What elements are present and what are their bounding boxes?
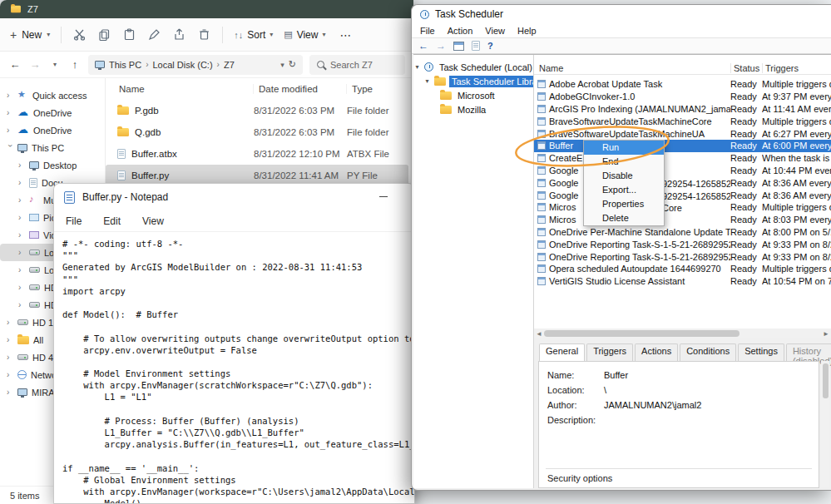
context-menu-item-properties[interactable]: Properties (584, 197, 664, 211)
sort-button[interactable]: ↑↓ Sort ▾ (234, 29, 273, 41)
menu-view[interactable]: View (142, 215, 164, 227)
minimize-button[interactable] (379, 196, 388, 197)
paste-icon[interactable] (122, 27, 136, 42)
tree-item-mozilla[interactable]: Mozilla (413, 102, 533, 116)
sidebar-item-onedrive-1[interactable]: ›OneDrive (0, 104, 105, 121)
share-icon[interactable] (172, 27, 186, 42)
context-menu-item-export[interactable]: Export... (584, 183, 664, 197)
notepad-editor[interactable]: # -*- coding: utf-8 -*- """ Generated by… (54, 232, 414, 503)
sidebar-item-this-pc[interactable]: ›This PC (0, 139, 105, 156)
task-row[interactable]: BraveSoftwareUpdateTaskMachineCoreReadyM… (534, 115, 831, 127)
task-row[interactable]: MicrosReadyAt 8:03 PM every day (534, 214, 831, 226)
task-row[interactable]: OneDrive Per-Machine Standalone Update T… (534, 226, 831, 239)
task-row[interactable]: OneDrive Reporting Task-S-1-5-21-2689295… (534, 238, 831, 250)
console-tree-icon[interactable] (453, 42, 464, 51)
breadcrumb-z7[interactable]: Z7 (224, 60, 235, 70)
code-line: L1_Buffer = "C:\\Z7\\Q.gdb\\L1_Buffer" (62, 427, 414, 439)
column-header-date-modified[interactable]: Date modified (254, 84, 347, 94)
field-label-location: Location: (547, 385, 604, 395)
task-row[interactable]: Adobe Acrobat Update TaskReadyMultiple t… (534, 78, 831, 91)
column-header-type[interactable]: Type (347, 84, 413, 94)
task-row[interactable]: BraveSoftwareUpdateTaskMachineUAReadyAt … (534, 127, 831, 140)
sidebar-item-desktop[interactable]: ›Desktop (0, 156, 105, 174)
column-header-triggers[interactable]: Triggers (762, 63, 831, 73)
notepad-titlebar[interactable]: Buffer.py - Notepad (54, 184, 414, 210)
task-icon (537, 92, 546, 101)
delete-icon[interactable] (197, 27, 211, 42)
scroll-left-arrow[interactable]: ◄ (534, 330, 544, 338)
vertical-scrollbar[interactable] (821, 361, 829, 487)
address-bar[interactable]: This PC › Local Disk (C:) › Z7 ▾ ↻ (88, 55, 303, 75)
menu-view[interactable]: View (485, 26, 505, 36)
chevron-down-icon: ▾ (47, 31, 50, 38)
task-scheduler-titlebar[interactable]: Task Scheduler (412, 5, 831, 23)
context-menu-item-run[interactable]: Run (584, 141, 664, 155)
task-row[interactable]: CreateEReadyWhen the task is crea (534, 152, 831, 165)
task-row[interactable]: Opera scheduled Autoupdate 1644699270Rea… (534, 263, 831, 275)
task-row-buffer[interactable]: BufferReadyAt 6:00 PM every day (534, 140, 831, 152)
chevron-right-icon: › (18, 230, 25, 240)
recent-locations-icon[interactable]: ▾ (48, 61, 62, 68)
sidebar-item-onedrive-2[interactable]: ›OneDrive (0, 121, 105, 139)
refresh-icon[interactable]: ↻ (289, 59, 296, 70)
menu-action[interactable]: Action (448, 26, 473, 36)
task-icon (537, 253, 546, 261)
file-row[interactable]: Buffer.atbx 8/31/2022 12:10 PM ATBX File (106, 143, 408, 165)
file-row[interactable]: Q.gdb 8/31/2022 6:03 PM File folder (106, 121, 408, 143)
task-row[interactable]: OneDrive Reporting Task-S-1-5-21-2689295… (534, 250, 831, 263)
expander-icon: ▾ (413, 63, 421, 71)
menu-file[interactable]: File (66, 215, 82, 227)
drive-icon (17, 319, 28, 325)
cut-icon[interactable] (72, 27, 87, 42)
breadcrumb-this-pc[interactable]: This PC (109, 60, 141, 70)
context-menu-item-end[interactable]: End (584, 155, 664, 169)
file-icon (117, 149, 126, 159)
code-line: """ (62, 274, 414, 286)
search-input[interactable]: Search Z7 (309, 55, 405, 75)
forward-button[interactable]: → (436, 40, 446, 52)
context-menu-item-delete[interactable]: Delete (584, 211, 664, 225)
column-header-status[interactable]: Status (730, 63, 762, 73)
task-row[interactable]: Google929254-1265852...ReadyAt 8:36 AM e… (534, 176, 831, 189)
export-list-icon[interactable] (472, 41, 480, 51)
menu-help[interactable]: Help (517, 26, 537, 36)
forward-button[interactable]: → (28, 58, 42, 71)
task-row[interactable]: Google929254-1265852...ReadyAt 8:36 AM e… (534, 189, 831, 201)
up-button[interactable]: ↑ (68, 58, 82, 71)
back-button[interactable]: ← (8, 58, 22, 71)
column-header-name[interactable]: Name (106, 84, 254, 94)
explorer-titlebar[interactable]: Z7 (0, 0, 413, 18)
copy-icon[interactable] (97, 27, 111, 42)
menu-edit[interactable]: Edit (103, 215, 121, 227)
sidebar-item-quick-access[interactable]: ›Quick access (0, 86, 105, 104)
menu-file[interactable]: File (420, 26, 435, 36)
chevron-right-icon: › (18, 195, 25, 205)
task-row[interactable]: AdobeGCInvoker-1.0ReadyAt 9:37 PM every … (534, 91, 831, 103)
task-row[interactable]: MicrosCoreReadyMultiple triggers defi (534, 201, 831, 214)
code-line: def Model(): # Buffer (62, 309, 414, 321)
tree-item-task-scheduler-local[interactable]: ▾Task Scheduler (Local) (413, 60, 533, 74)
breadcrumb-local-disk-c[interactable]: Local Disk (C:) (152, 60, 212, 70)
context-menu-item-disable[interactable]: Disable (584, 169, 664, 183)
chevron-down-icon[interactable]: ▾ (280, 61, 284, 69)
back-button[interactable]: ← (418, 40, 428, 52)
new-button[interactable]: + New ▾ (10, 28, 50, 42)
task-row[interactable]: GoogleReadyAt 10:44 PM every day (534, 165, 831, 177)
task-row[interactable]: VertiGIS Studio License AssistantReadyAt… (534, 275, 831, 288)
scrollbar-thumb[interactable] (823, 363, 829, 398)
field-label-name: Name: (547, 370, 604, 380)
more-button[interactable]: ⋯ (339, 28, 352, 42)
view-button[interactable]: ▤ View ▾ (284, 29, 325, 41)
scroll-right-arrow[interactable]: ► (821, 330, 831, 338)
task-row[interactable]: ArcGIS Pro Indexing (JAMALNUMAN2_jamal2)… (534, 103, 831, 116)
column-header-name[interactable]: Name (534, 63, 730, 73)
chevron-right-icon: › (217, 60, 220, 69)
help-icon[interactable]: ? (487, 41, 493, 51)
rename-icon[interactable] (147, 27, 161, 42)
scrollbar-thumb[interactable] (544, 330, 739, 337)
task-icon (537, 80, 546, 88)
tree-item-task-scheduler-library[interactable]: ▾Task Scheduler Library (413, 74, 533, 88)
file-row[interactable]: P.gdb 8/31/2022 6:03 PM File folder (106, 100, 408, 121)
tree-item-microsoft[interactable]: Microsoft (413, 88, 533, 102)
horizontal-scrollbar[interactable]: ◄ ► (534, 329, 831, 338)
